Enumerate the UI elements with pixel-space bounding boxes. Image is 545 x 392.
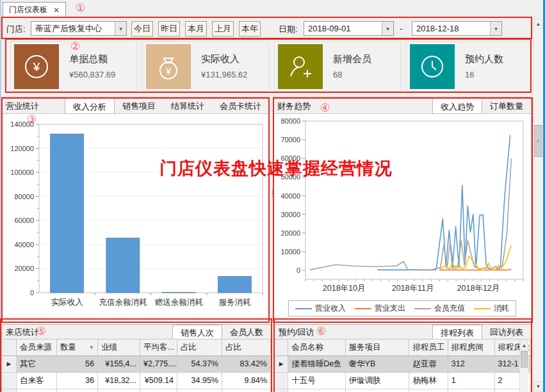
column-header[interactable]: 业绩 (98, 339, 140, 356)
kpi-label: 单据总额 (69, 53, 115, 65)
table-cell: 312 (448, 356, 495, 373)
tab-settlement-stats[interactable]: 结算统计 (163, 97, 212, 113)
store-label: 门店: (6, 24, 26, 35)
finance-trend-panel: 财务趋势 收入趋势 订单数量 0100002000030000400005000… (273, 97, 532, 322)
line-chart: 0100002000030000400005000060000700008000… (273, 114, 531, 298)
table-cell: 83.42% (222, 356, 271, 373)
svg-text:2018年12月: 2018年12月 (457, 284, 500, 293)
table-cell: 34.95% (177, 373, 222, 389)
svg-text:2018年11月: 2018年11月 (392, 284, 434, 293)
panel-splitter-handle[interactable]: ⋮ (268, 191, 273, 216)
table-cell: 伊璇调肤 (346, 389, 410, 392)
tab-income-analysis[interactable]: 收入分析 (65, 97, 115, 113)
legend-label: 会员充值 (434, 303, 465, 314)
range-button-last-month[interactable]: 上月 (212, 21, 234, 37)
range-button-today[interactable]: 今日 (131, 21, 153, 37)
table-cell: ¥155,4... (98, 356, 140, 373)
range-button-yesterday[interactable]: 昨日 (158, 21, 180, 37)
table-cell: 9.84% (222, 373, 271, 389)
appointment-table: 会员名称服务项目排程员工排程房间排程床位▶搂着猫睡De鱼奢华YB赵亚蓉31231… (275, 339, 531, 392)
table-cell: ¥18,32... (98, 373, 140, 389)
column-header[interactable]: 占比 (177, 339, 222, 356)
column-header[interactable]: 数量▼ (57, 339, 98, 356)
bar-chart: 020000400006000080000100000120000140000实… (2, 114, 269, 322)
tab-member-card-stats[interactable]: 会员卡统计 (212, 97, 269, 113)
tab-member-count[interactable]: 会员人数 (222, 325, 271, 339)
svg-text:30000: 30000 (281, 211, 300, 218)
range-button-this-year[interactable]: 本年 (239, 21, 261, 37)
svg-text:0: 0 (297, 266, 300, 274)
panel-title: 营业统计 (2, 97, 44, 113)
row-selector[interactable] (275, 373, 288, 389)
range-button-this-month[interactable]: 本月 (185, 21, 207, 37)
visit-stats-panel: 来店统计 销售人次 会员人数 会员来源数量▼业绩平均客...占比占比▶其它56¥… (1, 324, 272, 392)
row-selector[interactable] (2, 389, 17, 392)
column-header[interactable]: 会员来源 (17, 339, 57, 356)
kpi-card-appointments: 预约人数 16 (406, 41, 530, 92)
column-header[interactable]: 排程员工 (409, 339, 448, 356)
legend-label: 营业收入 (315, 303, 346, 314)
tab-sales-items[interactable]: 销售项目 (115, 97, 163, 113)
table-header-row: 会员来源数量▼业绩平均客...占比占比 (2, 339, 271, 356)
table-row[interactable]: 双十三伊璇调肤王五11 (275, 389, 531, 392)
tab-dashboard[interactable]: 门店仪表板 ✕ (3, 2, 66, 17)
tab-order-count[interactable]: 订单数量 (482, 97, 531, 113)
date-to-select[interactable]: 2018-12-18 ▾ (412, 21, 502, 36)
column-header[interactable]: 平均客... (140, 339, 177, 356)
legend-item: 营业收入 (295, 303, 346, 314)
kpi-value: 68 (333, 70, 371, 79)
appointment-panel: 预约/回访 排程列表 回访列表 会员名称服务项目排程员工排程房间排程床位▶搂着猫… (274, 324, 532, 392)
svg-text:70000: 70000 (281, 136, 300, 143)
business-stats-panel: 营业统计 收入分析 销售项目 结算统计 会员卡统计 02000040000600… (1, 97, 270, 322)
legend-swatch-icon (355, 308, 371, 309)
table-scrollbar-thumb[interactable] (521, 351, 528, 368)
main-scrollbar[interactable]: ▲ ≡ ▼ (533, 18, 543, 392)
table-row[interactable]: ▶搂着猫睡De鱼奢华YB赵亚蓉312312-1 (275, 356, 531, 373)
table-cell: 自来客 (17, 373, 57, 389)
filter-icon[interactable]: ▼ (89, 339, 94, 355)
thumb-grip-icon: ≡ (537, 138, 540, 144)
row-selector[interactable]: ▶ (275, 356, 288, 373)
legend-item: 会员充值 (414, 303, 465, 314)
chevron-down-icon[interactable]: ▾ (115, 22, 126, 35)
table-cell: ¥1,346... (140, 389, 177, 392)
chevron-down-icon[interactable]: ▾ (490, 22, 501, 35)
row-selector[interactable]: ▶ (2, 356, 17, 373)
svg-text:100000: 100000 (10, 168, 34, 176)
table-cell: 十五号 (288, 373, 345, 389)
close-icon[interactable]: ✕ (53, 6, 60, 15)
scroll-up-icon[interactable]: ▲ (522, 343, 527, 348)
store-select[interactable]: 蒂蓝产后恢复中心 ▾ (31, 21, 127, 36)
table-row[interactable]: 自来客36¥18,32...¥509.1434.95%9.84% (2, 373, 271, 389)
table-cell: 奢华YB (346, 356, 410, 373)
kpi-value: ¥131,965.62 (201, 70, 247, 79)
table-row[interactable]: 十五号伊璇调肤杨梅林12 (275, 373, 531, 389)
column-header[interactable]: 占比 (222, 339, 271, 356)
table-row[interactable]: 转介绍5¥6,731...¥1,346...4.85%2.61% (2, 389, 271, 392)
table-row[interactable]: ▶其它56¥155,4...¥2,775....54.37%83.42% (2, 356, 271, 373)
column-header[interactable]: 服务项目 (346, 339, 410, 356)
svg-text:¥: ¥ (33, 60, 40, 74)
scroll-up-icon[interactable]: ▲ (536, 21, 541, 27)
chevron-down-icon[interactable]: ▾ (382, 22, 393, 35)
legend-swatch-icon (295, 308, 312, 309)
column-header[interactable]: 会员名称 (288, 339, 345, 356)
tab-sales-visits[interactable]: 销售人次 (172, 325, 222, 339)
tab-bar: 门店仪表板 ✕ (1, 0, 533, 17)
tab-income-trend[interactable]: 收入趋势 (432, 97, 482, 113)
table-cell: 4.85% (177, 389, 222, 392)
table-scrollbar[interactable]: ▲ (519, 339, 528, 392)
date-to-value: 2018-12-18 (412, 24, 490, 33)
date-from-select[interactable]: 2018-09-01 ▾ (304, 21, 394, 36)
row-selector[interactable] (2, 373, 17, 389)
scroll-down-icon[interactable]: ▼ (536, 384, 541, 389)
tab-callback-list[interactable]: 回访列表 (482, 325, 531, 339)
main-scrollbar-thumb[interactable]: ≡ (534, 125, 542, 157)
svg-text:20000: 20000 (281, 229, 300, 237)
svg-text:80000: 80000 (14, 193, 34, 200)
kpi-card-new-members: 新增会员 68 (274, 41, 401, 92)
tab-schedule-list[interactable]: 排程列表 (432, 325, 482, 339)
svg-text:140000: 140000 (10, 120, 34, 128)
column-header[interactable]: 排程房间 (448, 339, 495, 356)
row-selector[interactable] (275, 389, 288, 392)
